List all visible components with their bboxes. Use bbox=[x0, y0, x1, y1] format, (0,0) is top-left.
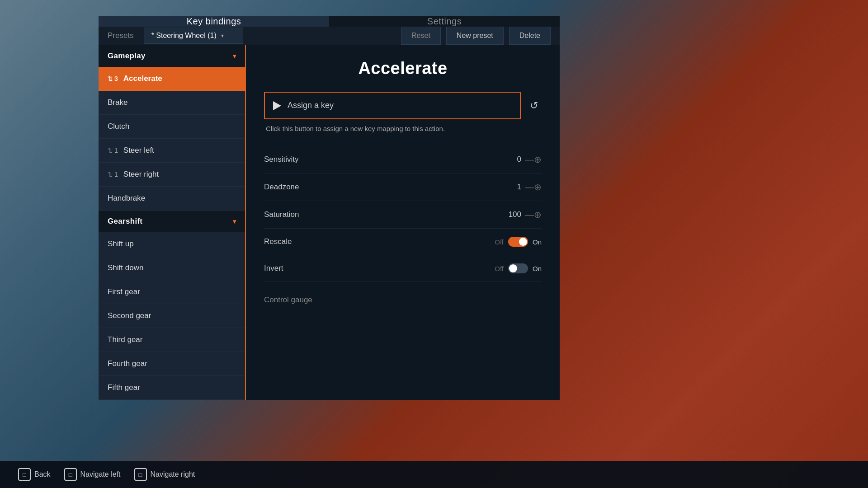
sidebar-item-brake[interactable]: Brake bbox=[99, 91, 245, 115]
sidebar-item-clutch[interactable]: Clutch bbox=[99, 115, 245, 139]
main-container: Key bindings Settings Presets * Steering… bbox=[99, 16, 560, 355]
sidebar-item-accelerate[interactable]: ⇅ 3 Accelerate bbox=[99, 67, 245, 91]
sidebar-item-steer-left[interactable]: ⇅ 1 Steer left bbox=[99, 139, 245, 163]
saturation-value: 100 bbox=[503, 210, 521, 219]
reset-binding-button[interactable]: ↺ bbox=[526, 96, 542, 115]
section-gameplay-label: Gameplay bbox=[108, 52, 146, 61]
deadzone-label: Deadzone bbox=[264, 183, 503, 192]
delete-button[interactable]: Delete bbox=[509, 27, 551, 45]
assign-key-label: Assign a key bbox=[288, 101, 334, 110]
saturation-adjust-icon[interactable]: —⊕ bbox=[525, 209, 542, 220]
binding-num-accelerate: 3 bbox=[114, 75, 118, 82]
right-panel: Accelerate Assign a key ↺ Click this but… bbox=[246, 45, 560, 400]
steer-right-label: Steer right bbox=[123, 170, 159, 179]
invert-toggle-group[interactable]: Off On bbox=[495, 263, 542, 273]
rescale-toggle[interactable] bbox=[508, 237, 528, 247]
sidebar-item-handbrake[interactable]: Handbrake bbox=[99, 187, 245, 211]
preset-dropdown[interactable]: * Steering Wheel (1) ▾ bbox=[144, 28, 243, 44]
saturation-label: Saturation bbox=[264, 210, 503, 219]
sensitivity-label: Sensitivity bbox=[264, 155, 503, 164]
presets-bar: Presets * Steering Wheel (1) ▾ Reset New… bbox=[99, 27, 560, 45]
assign-key-button[interactable]: Assign a key bbox=[264, 92, 521, 119]
back-icon: □ bbox=[18, 468, 31, 481]
sidebar-item-shift-down[interactable]: Shift down bbox=[99, 256, 245, 280]
invert-off-label: Off bbox=[495, 265, 504, 272]
sidebar-item-third-gear[interactable]: Third gear bbox=[99, 328, 245, 352]
second-gear-label: Second gear bbox=[108, 311, 151, 320]
settings-row-saturation: Saturation 100 —⊕ bbox=[264, 201, 542, 229]
bottom-bar: □ Back □ Navigate left □ Navigate right bbox=[0, 461, 868, 488]
navigate-left-label: Navigate left bbox=[80, 470, 121, 479]
accelerate-label: Accelerate bbox=[123, 74, 162, 83]
action-title: Accelerate bbox=[264, 59, 542, 78]
binding-num-steer-right: 1 bbox=[114, 171, 118, 178]
settings-row-deadzone: Deadzone 1 —⊕ bbox=[264, 174, 542, 201]
rescale-on-label: On bbox=[533, 238, 542, 246]
back-button[interactable]: □ Back bbox=[18, 468, 51, 481]
section-header-gameplay[interactable]: Gameplay ▾ bbox=[99, 45, 245, 67]
navigate-right-label: Navigate right bbox=[151, 470, 195, 479]
navigate-right-icon: □ bbox=[134, 468, 147, 481]
shift-down-label: Shift down bbox=[108, 263, 143, 272]
invert-label: Invert bbox=[264, 264, 495, 273]
saturation-value-group: 100 —⊕ bbox=[503, 209, 542, 220]
control-gauge-label: Control gauge bbox=[264, 282, 542, 305]
section-header-gearshift[interactable]: Gearshift ▾ bbox=[99, 211, 245, 232]
binding-indicator-accelerate: ⇅ 3 bbox=[108, 75, 118, 82]
sensitivity-adjust-icon[interactable]: —⊕ bbox=[525, 154, 542, 165]
binding-indicator-steer-right: ⇅ 1 bbox=[108, 171, 118, 178]
sidebar-item-second-gear[interactable]: Second gear bbox=[99, 304, 245, 328]
sidebar-item-fifth-gear[interactable]: Fifth gear bbox=[99, 376, 245, 400]
invert-on-label: On bbox=[533, 265, 542, 272]
rescale-off-label: Off bbox=[495, 238, 504, 246]
fourth-gear-label: Fourth gear bbox=[108, 359, 147, 368]
navigate-left-icon: □ bbox=[64, 468, 77, 481]
binding-arrows-steer-right: ⇅ bbox=[108, 171, 113, 178]
new-preset-button[interactable]: New preset bbox=[446, 27, 504, 45]
invert-toggle[interactable] bbox=[508, 263, 528, 273]
assign-key-row: Assign a key ↺ bbox=[264, 92, 542, 119]
rescale-toggle-group[interactable]: Off On bbox=[495, 237, 542, 247]
settings-row-invert: Invert Off On bbox=[264, 255, 542, 282]
sidebar: Gameplay ▾ ⇅ 3 Accelerate Brake Clutch bbox=[99, 45, 246, 400]
section-gearshift-label: Gearshift bbox=[108, 217, 142, 226]
preset-current-value: * Steering Wheel (1) bbox=[151, 32, 217, 40]
cursor-icon bbox=[273, 101, 281, 110]
navigate-left-button[interactable]: □ Navigate left bbox=[64, 468, 121, 481]
gearshift-chevron-icon: ▾ bbox=[233, 218, 236, 225]
chevron-down-icon: ▾ bbox=[221, 33, 224, 39]
settings-row-rescale: Rescale Off On bbox=[264, 229, 542, 255]
brake-label: Brake bbox=[108, 98, 127, 107]
reset-button[interactable]: Reset bbox=[401, 27, 441, 45]
gameplay-chevron-icon: ▾ bbox=[233, 52, 236, 60]
content-area: Gameplay ▾ ⇅ 3 Accelerate Brake Clutch bbox=[99, 45, 560, 400]
sidebar-item-steer-right[interactable]: ⇅ 1 Steer right bbox=[99, 163, 245, 187]
invert-toggle-thumb bbox=[509, 264, 517, 272]
sensitivity-value: 0 bbox=[503, 155, 521, 164]
fifth-gear-label: Fifth gear bbox=[108, 383, 140, 392]
clutch-label: Clutch bbox=[108, 122, 129, 131]
back-label: Back bbox=[34, 470, 51, 479]
sidebar-item-fourth-gear[interactable]: Fourth gear bbox=[99, 352, 245, 376]
third-gear-label: Third gear bbox=[108, 335, 142, 344]
assign-key-tooltip: Click this button to assign a new key ma… bbox=[264, 125, 542, 132]
deadzone-value: 1 bbox=[503, 183, 521, 192]
deadzone-value-group: 1 —⊕ bbox=[503, 182, 542, 192]
sensitivity-value-group: 0 —⊕ bbox=[503, 154, 542, 165]
handbrake-label: Handbrake bbox=[108, 194, 145, 203]
sidebar-item-shift-up[interactable]: Shift up bbox=[99, 232, 245, 256]
deadzone-adjust-icon[interactable]: —⊕ bbox=[525, 182, 542, 192]
rescale-label: Rescale bbox=[264, 237, 495, 246]
binding-num-steer-left: 1 bbox=[114, 147, 118, 154]
binding-arrows-accelerate: ⇅ bbox=[108, 75, 113, 82]
binding-indicator-steer-left: ⇅ 1 bbox=[108, 147, 118, 154]
tab-keybindings[interactable]: Key bindings bbox=[99, 16, 329, 27]
tab-settings[interactable]: Settings bbox=[329, 16, 560, 27]
presets-label: Presets bbox=[108, 31, 134, 40]
settings-row-sensitivity: Sensitivity 0 —⊕ bbox=[264, 146, 542, 174]
navigate-right-button[interactable]: □ Navigate right bbox=[134, 468, 195, 481]
tab-bar: Key bindings Settings bbox=[99, 16, 560, 27]
first-gear-label: First gear bbox=[108, 287, 140, 296]
shift-up-label: Shift up bbox=[108, 239, 134, 249]
sidebar-item-first-gear[interactable]: First gear bbox=[99, 280, 245, 304]
